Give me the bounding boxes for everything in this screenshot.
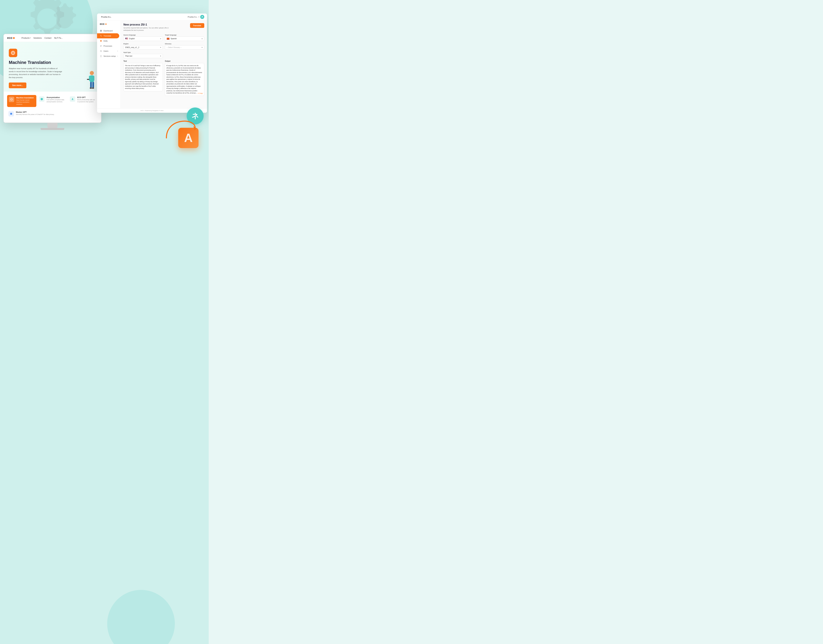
sidebar-item-processes[interactable]: Processes: [97, 43, 121, 49]
sidebar-label-translate: Translate: [103, 35, 111, 37]
sidebar-arrow-services: ›: [117, 55, 118, 57]
text-label: Text: [123, 60, 163, 62]
product-icon-mt: [9, 97, 14, 102]
translate-button[interactable]: Translate: [190, 23, 204, 28]
source-language-select[interactable]: English ▾: [123, 37, 163, 41]
product-card-masker[interactable]: Masker GPT Securely harness the power of…: [7, 110, 98, 118]
monitor-base: [41, 128, 64, 130]
website-nav: eco Products ▾ Solutions Contact NLP Pa.…: [4, 34, 101, 42]
sidebar-logo: eco: [97, 23, 121, 28]
svg-point-27: [101, 51, 101, 51]
see-more-button[interactable]: See more...: [9, 83, 26, 88]
hero-person: [83, 70, 96, 92]
svg-rect-11: [92, 87, 94, 89]
nav-item-contact[interactable]: Contact: [45, 37, 51, 39]
translation-badge-container: ネ A: [178, 128, 198, 148]
sidebar-label-dolly: Dolly: [103, 40, 107, 42]
svg-point-26: [100, 51, 101, 51]
svg-point-15: [72, 98, 73, 99]
product-masker-desc: Securely harness the power of ChatGPT fo…: [16, 113, 54, 116]
output-box: El auge de la IA y la PNL trae una nueva…: [165, 63, 204, 96]
hero-section: Machine Translation Adaptive near-human …: [4, 42, 101, 92]
hero-title: Machine Translation: [9, 60, 96, 65]
monitor-screen: eco Products ▾ Solutions Contact NLP Pa.…: [3, 34, 101, 123]
sidebar-item-dolly[interactable]: Dolly: [97, 38, 121, 43]
app-layout: eco Dashboard Translate ›: [97, 20, 207, 108]
product-card-anon[interactable]: Anonymization Full GDPR-compliant data a…: [38, 95, 67, 107]
user-badge: Prueba S.L. ▾: [188, 15, 204, 19]
process-subtitle: Set all the required field and options. …: [123, 27, 171, 31]
svg-rect-21: [101, 31, 102, 32]
product-card-mt[interactable]: Machine translation Near-human neural ma…: [7, 95, 36, 107]
svg-rect-37: [167, 39, 169, 40]
dolly-icon: [100, 40, 102, 42]
svg-rect-34: [125, 38, 126, 39]
svg-rect-19: [101, 30, 102, 31]
sidebar-label-dashboard: Dashboard: [103, 30, 113, 32]
website-logo: eco: [7, 36, 15, 40]
saas-window: Prueba S.L. Prueba S.L. ▾ eco: [97, 14, 207, 113]
products-section: Machine translation Near-human neural ma…: [4, 92, 101, 123]
svg-rect-10: [90, 87, 92, 89]
product-mt-desc: Near-human neural machine translation so…: [16, 99, 35, 106]
svg-rect-18: [100, 30, 101, 31]
svg-rect-9: [92, 82, 94, 88]
process-title: New process 25/-1: [123, 23, 171, 26]
glossary-label: Glossary: [165, 43, 204, 44]
target-language-select[interactable]: Spanish ▾: [165, 37, 204, 41]
processes-icon: [100, 45, 102, 47]
svg-rect-6: [89, 76, 91, 81]
dashboard-icon: [100, 29, 102, 32]
input-type-group: Input type Plain text ▾: [123, 52, 204, 58]
hero-subtitle: Adaptive near-human quality MT for hundr…: [9, 67, 63, 79]
copy-link[interactable]: Copy: [198, 92, 203, 95]
nav-item-solutions[interactable]: Solutions: [33, 37, 41, 39]
sidebar-label-processes: Processes: [103, 45, 112, 47]
svg-rect-7: [93, 76, 94, 81]
svg-point-22: [100, 40, 101, 41]
input-type-select[interactable]: Plain text ▾: [123, 54, 163, 58]
sidebar-item-translate[interactable]: Translate ›: [97, 33, 119, 38]
sidebar-item-users[interactable]: Users ›: [97, 49, 121, 54]
process-header: New process 25/-1 Set all the required f…: [123, 23, 204, 31]
product-icon-anon: [39, 97, 45, 102]
sidebar-item-services[interactable]: Services setup ›: [97, 54, 121, 59]
svg-rect-12: [87, 79, 89, 80]
product-anon-title: Anonymization: [46, 97, 66, 98]
engine-label: Engine: [123, 43, 163, 44]
product-card-gpt[interactable]: ECO GPT Boost productivity with our AI-p…: [69, 95, 98, 107]
text-output-row: Text The rise of AI and NLP brings a new…: [123, 60, 204, 96]
language-row: Source language English ▾ Target languag…: [123, 34, 204, 41]
product-gpt-desc: Boost productivity with our AI-powered c…: [77, 99, 97, 103]
svg-rect-36: [167, 38, 169, 39]
sidebar-arrow-translate: ›: [116, 35, 117, 37]
sidebar-item-dashboard[interactable]: Dashboard: [97, 28, 121, 33]
sidebar-arrow-users: ›: [117, 50, 118, 52]
svg-rect-25: [100, 46, 101, 47]
product-icon-gpt: [70, 97, 75, 102]
text-input-box[interactable]: The rise of AI and NLP brings a new era …: [123, 63, 163, 91]
nav-item-products[interactable]: Products ▾: [21, 37, 31, 39]
website-nav-links: Products ▾ Solutions Contact NLP Pa...: [21, 37, 63, 39]
saas-logo: Prueba S.L.: [100, 15, 114, 18]
desktop-monitor: eco Products ▾ Solutions Contact NLP Pa.…: [3, 34, 101, 130]
monitor-stand: [48, 123, 57, 128]
svg-rect-35: [167, 38, 169, 38]
nav-item-nlp[interactable]: NLP Pa...: [54, 37, 63, 39]
svg-rect-16: [10, 113, 12, 115]
product-icon-masker: [8, 111, 14, 117]
services-icon: [100, 55, 102, 57]
input-type-label: Input type: [123, 52, 204, 53]
engine-select[interactable]: ENES_corp_v1._2 ▾: [123, 45, 163, 49]
main-content: New process 25/-1 Set all the required f…: [121, 20, 207, 108]
svg-rect-20: [100, 31, 101, 32]
target-language-group: Target language Spanish ▾: [165, 34, 204, 41]
product-mt-title: Machine translation: [16, 97, 35, 99]
product-masker-title: Masker GPT: [16, 111, 54, 113]
output-label: Output: [165, 60, 204, 62]
source-language-group: Source language English ▾: [123, 34, 163, 41]
svg-point-17: [202, 16, 203, 17]
glossary-select[interactable]: – Select Glossary – ▾: [165, 45, 204, 49]
sidebar-label-users: Users: [103, 50, 108, 52]
text-input-section: Text The rise of AI and NLP brings a new…: [123, 60, 163, 96]
